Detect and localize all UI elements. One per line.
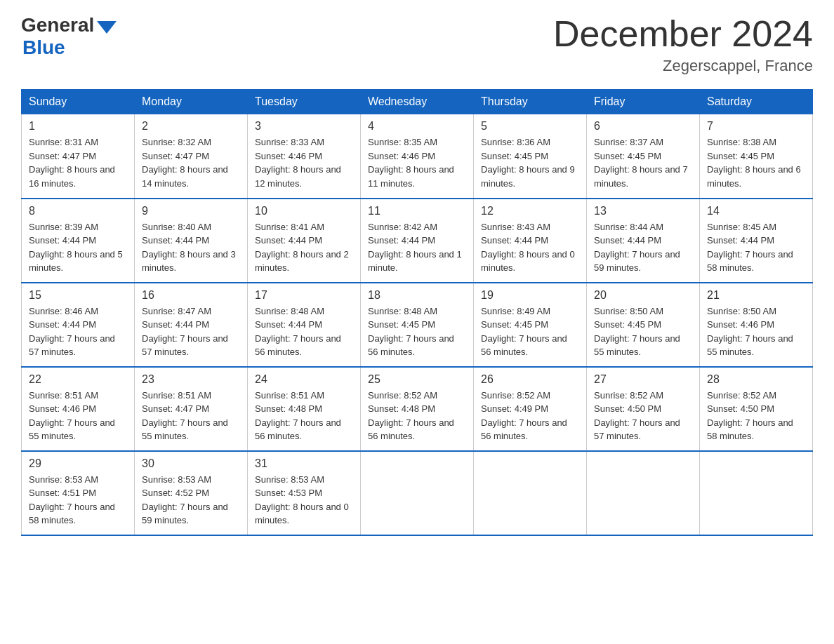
day-info: Sunrise: 8:53 AMSunset: 4:53 PMDaylight:… bbox=[255, 474, 349, 526]
day-info: Sunrise: 8:38 AMSunset: 4:45 PMDaylight:… bbox=[707, 137, 801, 189]
calendar-cell bbox=[474, 451, 587, 535]
calendar-cell: 6 Sunrise: 8:37 AMSunset: 4:45 PMDayligh… bbox=[587, 114, 700, 199]
day-number: 24 bbox=[255, 373, 353, 386]
day-info: Sunrise: 8:52 AMSunset: 4:48 PMDaylight:… bbox=[368, 390, 454, 442]
day-info: Sunrise: 8:36 AMSunset: 4:45 PMDaylight:… bbox=[481, 137, 575, 189]
day-info: Sunrise: 8:35 AMSunset: 4:46 PMDaylight:… bbox=[368, 137, 454, 189]
calendar-cell bbox=[587, 451, 700, 535]
calendar-cell: 29 Sunrise: 8:53 AMSunset: 4:51 PMDaylig… bbox=[22, 451, 135, 535]
calendar-cell: 5 Sunrise: 8:36 AMSunset: 4:45 PMDayligh… bbox=[474, 114, 587, 199]
day-info: Sunrise: 8:41 AMSunset: 4:44 PMDaylight:… bbox=[255, 222, 349, 274]
calendar-cell: 23 Sunrise: 8:51 AMSunset: 4:47 PMDaylig… bbox=[135, 367, 248, 451]
day-number: 25 bbox=[368, 373, 466, 386]
calendar-cell: 14 Sunrise: 8:45 AMSunset: 4:44 PMDaylig… bbox=[700, 199, 813, 283]
day-number: 1 bbox=[29, 120, 127, 133]
calendar-cell: 24 Sunrise: 8:51 AMSunset: 4:48 PMDaylig… bbox=[248, 367, 361, 451]
page-header: General Blue December 2024 Zegerscappel,… bbox=[21, 14, 813, 75]
day-info: Sunrise: 8:51 AMSunset: 4:47 PMDaylight:… bbox=[142, 390, 228, 442]
calendar-cell: 15 Sunrise: 8:46 AMSunset: 4:44 PMDaylig… bbox=[22, 283, 135, 367]
day-number: 7 bbox=[707, 120, 805, 133]
header-wednesday: Wednesday bbox=[361, 90, 474, 114]
day-number: 5 bbox=[481, 120, 579, 133]
day-info: Sunrise: 8:46 AMSunset: 4:44 PMDaylight:… bbox=[29, 306, 115, 358]
day-info: Sunrise: 8:52 AMSunset: 4:50 PMDaylight:… bbox=[707, 390, 793, 442]
day-number: 20 bbox=[594, 289, 692, 302]
calendar-cell: 11 Sunrise: 8:42 AMSunset: 4:44 PMDaylig… bbox=[361, 199, 474, 283]
day-number: 2 bbox=[142, 120, 240, 133]
day-info: Sunrise: 8:47 AMSunset: 4:44 PMDaylight:… bbox=[142, 306, 228, 358]
calendar-cell: 8 Sunrise: 8:39 AMSunset: 4:44 PMDayligh… bbox=[22, 199, 135, 283]
logo-arrow-icon bbox=[97, 21, 117, 34]
day-info: Sunrise: 8:43 AMSunset: 4:44 PMDaylight:… bbox=[481, 222, 575, 274]
day-info: Sunrise: 8:40 AMSunset: 4:44 PMDaylight:… bbox=[142, 222, 236, 274]
header-row: Sunday Monday Tuesday Wednesday Thursday… bbox=[22, 90, 813, 114]
header-monday: Monday bbox=[135, 90, 248, 114]
calendar-cell: 4 Sunrise: 8:35 AMSunset: 4:46 PMDayligh… bbox=[361, 114, 474, 199]
day-info: Sunrise: 8:50 AMSunset: 4:45 PMDaylight:… bbox=[594, 306, 680, 358]
calendar-week-5: 29 Sunrise: 8:53 AMSunset: 4:51 PMDaylig… bbox=[22, 451, 813, 535]
calendar-cell: 1 Sunrise: 8:31 AMSunset: 4:47 PMDayligh… bbox=[22, 114, 135, 199]
day-info: Sunrise: 8:39 AMSunset: 4:44 PMDaylight:… bbox=[29, 222, 123, 274]
day-number: 12 bbox=[481, 205, 579, 217]
day-info: Sunrise: 8:48 AMSunset: 4:44 PMDaylight:… bbox=[255, 306, 341, 358]
calendar-cell: 13 Sunrise: 8:44 AMSunset: 4:44 PMDaylig… bbox=[587, 199, 700, 283]
calendar-cell: 25 Sunrise: 8:52 AMSunset: 4:48 PMDaylig… bbox=[361, 367, 474, 451]
header-thursday: Thursday bbox=[474, 90, 587, 114]
logo-general-text: General bbox=[21, 14, 94, 36]
day-number: 29 bbox=[29, 457, 127, 470]
calendar-cell: 27 Sunrise: 8:52 AMSunset: 4:50 PMDaylig… bbox=[587, 367, 700, 451]
day-info: Sunrise: 8:51 AMSunset: 4:46 PMDaylight:… bbox=[29, 390, 115, 442]
logo: General Blue bbox=[21, 14, 117, 59]
day-number: 23 bbox=[142, 373, 240, 386]
calendar-body: 1 Sunrise: 8:31 AMSunset: 4:47 PMDayligh… bbox=[22, 114, 813, 535]
day-number: 31 bbox=[255, 457, 353, 470]
calendar-cell: 28 Sunrise: 8:52 AMSunset: 4:50 PMDaylig… bbox=[700, 367, 813, 451]
day-number: 11 bbox=[368, 205, 466, 217]
calendar-cell bbox=[700, 451, 813, 535]
calendar-cell: 18 Sunrise: 8:48 AMSunset: 4:45 PMDaylig… bbox=[361, 283, 474, 367]
logo-blue-text: Blue bbox=[22, 36, 117, 59]
calendar-cell: 30 Sunrise: 8:53 AMSunset: 4:52 PMDaylig… bbox=[135, 451, 248, 535]
day-number: 6 bbox=[594, 120, 692, 133]
day-number: 18 bbox=[368, 289, 466, 302]
day-number: 10 bbox=[255, 205, 353, 217]
calendar-subtitle: Zegerscappel, France bbox=[553, 57, 813, 75]
day-info: Sunrise: 8:31 AMSunset: 4:47 PMDaylight:… bbox=[29, 137, 115, 189]
day-number: 9 bbox=[142, 205, 240, 217]
day-info: Sunrise: 8:52 AMSunset: 4:49 PMDaylight:… bbox=[481, 390, 567, 442]
calendar-cell: 3 Sunrise: 8:33 AMSunset: 4:46 PMDayligh… bbox=[248, 114, 361, 199]
day-number: 17 bbox=[255, 289, 353, 302]
calendar-cell: 7 Sunrise: 8:38 AMSunset: 4:45 PMDayligh… bbox=[700, 114, 813, 199]
header-sunday: Sunday bbox=[22, 90, 135, 114]
header-friday: Friday bbox=[587, 90, 700, 114]
calendar-week-1: 1 Sunrise: 8:31 AMSunset: 4:47 PMDayligh… bbox=[22, 114, 813, 199]
day-number: 4 bbox=[368, 120, 466, 133]
day-info: Sunrise: 8:52 AMSunset: 4:50 PMDaylight:… bbox=[594, 390, 680, 442]
day-info: Sunrise: 8:42 AMSunset: 4:44 PMDaylight:… bbox=[368, 222, 462, 274]
calendar-week-4: 22 Sunrise: 8:51 AMSunset: 4:46 PMDaylig… bbox=[22, 367, 813, 451]
calendar-title: December 2024 bbox=[553, 14, 813, 54]
calendar-cell: 17 Sunrise: 8:48 AMSunset: 4:44 PMDaylig… bbox=[248, 283, 361, 367]
day-info: Sunrise: 8:53 AMSunset: 4:52 PMDaylight:… bbox=[142, 474, 228, 526]
calendar-cell: 19 Sunrise: 8:49 AMSunset: 4:45 PMDaylig… bbox=[474, 283, 587, 367]
calendar-cell: 10 Sunrise: 8:41 AMSunset: 4:44 PMDaylig… bbox=[248, 199, 361, 283]
day-info: Sunrise: 8:44 AMSunset: 4:44 PMDaylight:… bbox=[594, 222, 680, 274]
calendar-cell: 31 Sunrise: 8:53 AMSunset: 4:53 PMDaylig… bbox=[248, 451, 361, 535]
day-info: Sunrise: 8:49 AMSunset: 4:45 PMDaylight:… bbox=[481, 306, 567, 358]
day-number: 30 bbox=[142, 457, 240, 470]
day-number: 15 bbox=[29, 289, 127, 302]
calendar-cell: 2 Sunrise: 8:32 AMSunset: 4:47 PMDayligh… bbox=[135, 114, 248, 199]
day-info: Sunrise: 8:50 AMSunset: 4:46 PMDaylight:… bbox=[707, 306, 793, 358]
calendar-week-2: 8 Sunrise: 8:39 AMSunset: 4:44 PMDayligh… bbox=[22, 199, 813, 283]
day-number: 14 bbox=[707, 205, 805, 217]
header-tuesday: Tuesday bbox=[248, 90, 361, 114]
calendar-week-3: 15 Sunrise: 8:46 AMSunset: 4:44 PMDaylig… bbox=[22, 283, 813, 367]
day-number: 22 bbox=[29, 373, 127, 386]
title-section: December 2024 Zegerscappel, France bbox=[553, 14, 813, 75]
day-number: 26 bbox=[481, 373, 579, 386]
day-info: Sunrise: 8:48 AMSunset: 4:45 PMDaylight:… bbox=[368, 306, 454, 358]
day-info: Sunrise: 8:32 AMSunset: 4:47 PMDaylight:… bbox=[142, 137, 228, 189]
calendar-cell: 21 Sunrise: 8:50 AMSunset: 4:46 PMDaylig… bbox=[700, 283, 813, 367]
header-saturday: Saturday bbox=[700, 90, 813, 114]
day-number: 28 bbox=[707, 373, 805, 386]
